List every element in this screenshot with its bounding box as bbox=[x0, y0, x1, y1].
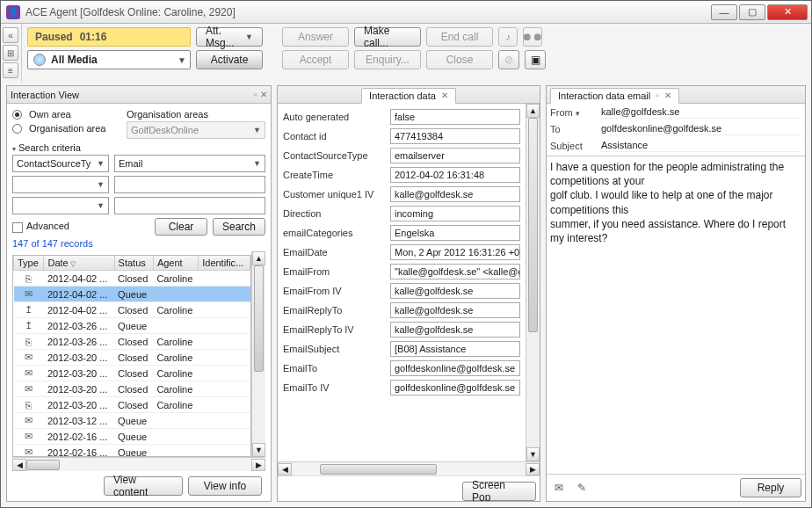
search-button[interactable]: Search bbox=[213, 218, 265, 236]
media-label: All Media bbox=[51, 54, 98, 66]
scroll-right-button[interactable]: ▶ bbox=[251, 459, 265, 471]
table-row[interactable]: ✉2012-02-16 ...Queue bbox=[14, 429, 250, 445]
close-interaction-button[interactable]: Close bbox=[426, 50, 493, 69]
field-value[interactable]: golfdeskonline@golfdesk.se bbox=[390, 360, 520, 376]
globe-icon bbox=[33, 54, 46, 66]
field-value[interactable]: 2012-04-02 16:31:48 bbox=[390, 167, 520, 183]
answer-button[interactable]: Answer bbox=[282, 27, 349, 47]
field-value[interactable]: "kalle@golfdesk.se" <kalle@golfd bbox=[390, 264, 520, 279]
field-value[interactable]: kalle@golfdesk.se bbox=[390, 322, 520, 337]
interaction-data-tab[interactable]: Interaction data ✕ bbox=[361, 88, 456, 104]
scroll-thumb[interactable] bbox=[26, 460, 60, 470]
make-call-button[interactable]: Make call... bbox=[354, 27, 421, 47]
table-row[interactable]: ✉2012-03-20 ...ClosedCaroline bbox=[14, 350, 250, 366]
no-action-icon-button[interactable]: ⊘ bbox=[498, 50, 519, 69]
main-area: Interaction View ▫ ✕ Own area Organisati… bbox=[1, 82, 811, 507]
att-msg-button[interactable]: Att. Msg... ▼ bbox=[196, 27, 263, 47]
table-row[interactable]: ↥2012-04-02 ...ClosedCaroline bbox=[14, 302, 250, 318]
field-value[interactable]: false bbox=[390, 109, 520, 125]
tab-close-icon[interactable]: ✕ bbox=[441, 91, 448, 100]
field-value[interactable]: kalle@golfdesk.se bbox=[390, 186, 520, 202]
gutter-list-button[interactable]: ≡ bbox=[3, 62, 18, 78]
scroll-left-button[interactable]: ◀ bbox=[278, 463, 292, 475]
reply-button[interactable]: Reply bbox=[740, 478, 801, 497]
vertical-scrollbar[interactable]: ▲ ▼ bbox=[526, 104, 540, 461]
media-selector[interactable]: All Media ▼ bbox=[27, 50, 191, 69]
field-value[interactable]: golfdeskonline@golfdesk.se bbox=[390, 380, 520, 396]
criteria-value-input-3[interactable] bbox=[114, 197, 265, 214]
table-row[interactable]: ⎘2012-04-02 ...ClosedCaroline bbox=[14, 271, 250, 287]
column-header[interactable]: Identific... bbox=[199, 256, 250, 271]
field-value[interactable]: incoming bbox=[390, 206, 520, 221]
view-info-button[interactable]: View info bbox=[188, 476, 262, 496]
view-content-button[interactable]: View content bbox=[104, 476, 183, 496]
minimize-button[interactable]: — bbox=[711, 4, 737, 20]
own-area-label: Own area bbox=[29, 109, 71, 120]
screen-icon-button[interactable]: ▣ bbox=[525, 50, 546, 69]
horizontal-scrollbar[interactable]: ◀ ▶ bbox=[12, 457, 265, 471]
table-row[interactable]: ✉2012-03-20 ...ClosedCaroline bbox=[14, 366, 250, 381]
column-header[interactable]: Type bbox=[14, 256, 44, 271]
scroll-left-button[interactable]: ◀ bbox=[12, 459, 26, 471]
org-area-radio[interactable] bbox=[12, 124, 22, 134]
envelope-icon[interactable]: ✉ bbox=[550, 479, 568, 497]
field-label: emailCategories bbox=[283, 228, 385, 238]
horizontal-scrollbar[interactable]: ◀ ▶ bbox=[278, 461, 540, 475]
field-value[interactable]: [B08] Assistance bbox=[390, 341, 520, 357]
table-row[interactable]: ✉2012-03-12 ...Queue bbox=[14, 413, 250, 429]
chevron-down-icon[interactable]: ▾ bbox=[576, 109, 580, 118]
record-button[interactable]: ⏺⏺ bbox=[523, 27, 542, 47]
criteria-field-dropdown[interactable]: ContactSourceTy ▼ bbox=[12, 155, 109, 172]
field-value[interactable]: kalle@golfdesk.se bbox=[390, 283, 520, 299]
criteria-value-dropdown[interactable]: Email ▼ bbox=[114, 155, 265, 172]
screen-pop-button[interactable]: Screen Pop bbox=[462, 482, 536, 501]
field-value[interactable]: emailserver bbox=[390, 148, 520, 163]
table-row[interactable]: ↥2012-03-26 ...Queue bbox=[14, 318, 250, 334]
clear-button[interactable]: Clear bbox=[155, 218, 207, 236]
compose-icon[interactable]: ✎ bbox=[573, 479, 591, 497]
scroll-thumb[interactable] bbox=[254, 265, 264, 372]
status-state: Paused bbox=[35, 31, 73, 43]
end-call-button[interactable]: End call bbox=[426, 27, 493, 47]
table-row[interactable]: ✉2012-04-02 ...Queue bbox=[14, 287, 250, 302]
column-header[interactable]: Agent bbox=[153, 256, 198, 271]
titlebar: 👤 ACE Agent [Golfdesk Online: Caroline, … bbox=[1, 1, 811, 24]
music-note-button[interactable]: ♪ bbox=[498, 27, 518, 47]
table-row[interactable]: ⎘2012-03-26 ...ClosedCaroline bbox=[14, 334, 250, 350]
vertical-scrollbar[interactable]: ▲ ▼ bbox=[251, 251, 265, 457]
scroll-down-button[interactable]: ▼ bbox=[252, 443, 265, 457]
maximize-button[interactable]: ▢ bbox=[739, 4, 765, 20]
criteria-field-dropdown-2[interactable]: ▼ bbox=[12, 176, 109, 193]
scroll-down-button[interactable]: ▼ bbox=[526, 447, 540, 461]
table-row[interactable]: ✉2012-02-16 ...Queue bbox=[14, 445, 250, 458]
field-value[interactable]: Engelska bbox=[390, 225, 520, 241]
field-value[interactable]: 477419384 bbox=[390, 128, 520, 144]
email-panel-tab[interactable]: Interaction data email ▫ ✕ bbox=[550, 88, 679, 104]
gutter-add-button[interactable]: ⊞ bbox=[3, 45, 18, 61]
panel-dock-icon[interactable]: ▫ bbox=[253, 90, 257, 99]
scroll-up-button[interactable]: ▲ bbox=[526, 104, 540, 118]
panel-close-icon[interactable]: ✕ bbox=[260, 90, 267, 99]
field-value[interactable]: Mon, 2 Apr 2012 16:31:26 +0200 bbox=[390, 244, 520, 260]
scroll-thumb[interactable] bbox=[528, 118, 538, 332]
scroll-up-button[interactable]: ▲ bbox=[252, 251, 265, 265]
column-header[interactable]: Status bbox=[114, 256, 153, 271]
advanced-checkbox[interactable] bbox=[12, 222, 23, 233]
scroll-right-button[interactable]: ▶ bbox=[526, 463, 540, 475]
table-row[interactable]: ✉2012-03-20 ...ClosedCaroline bbox=[14, 381, 250, 397]
scroll-thumb[interactable] bbox=[320, 464, 437, 475]
enquiry-button[interactable]: Enquiry... bbox=[354, 50, 421, 69]
table-row[interactable]: ⎘2012-03-20 ...ClosedCaroline bbox=[14, 397, 250, 413]
gutter-collapse-button[interactable]: « bbox=[3, 27, 18, 43]
own-area-radio[interactable] bbox=[12, 110, 22, 120]
field-value[interactable]: kalle@golfdesk.se bbox=[390, 302, 520, 318]
column-header[interactable]: Date▽ bbox=[44, 256, 114, 271]
activate-button[interactable]: Activate bbox=[196, 50, 263, 69]
panel-dock-icon[interactable]: ▫ bbox=[656, 91, 659, 100]
org-areas-dropdown[interactable]: GolfDeskOnline ▼ bbox=[127, 121, 265, 139]
close-window-button[interactable]: ✕ bbox=[767, 4, 808, 20]
accept-button[interactable]: Accept bbox=[282, 50, 349, 69]
tab-close-icon[interactable]: ✕ bbox=[664, 91, 671, 100]
criteria-value-input-2[interactable] bbox=[114, 176, 265, 193]
criteria-field-dropdown-3[interactable]: ▼ bbox=[12, 197, 109, 214]
